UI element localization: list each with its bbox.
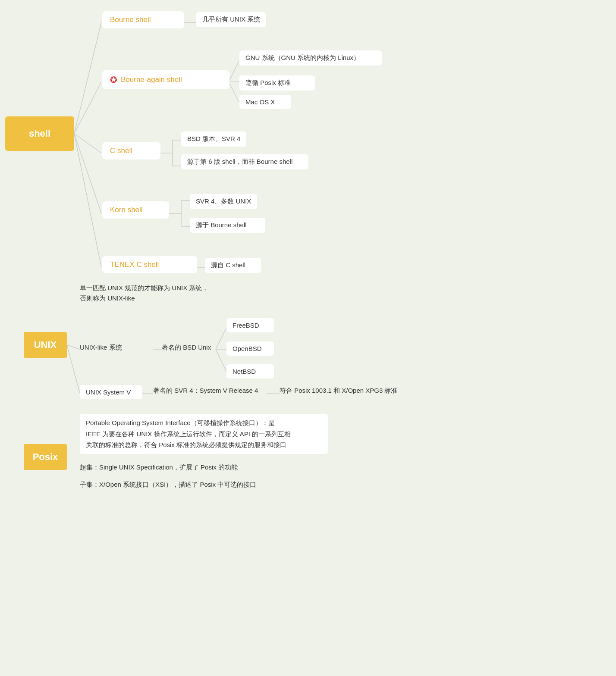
bsd-label-text: 著名的 BSD Unix [162, 344, 211, 351]
unix-label: UNIX [34, 339, 57, 351]
c-leaf-1-text: BSD 版本、SVR 4 [187, 135, 240, 142]
c-leaf-2: 源于第 6 版 shell，而非 Bourne shell [181, 154, 308, 169]
svr4-label: 著名的 SVR 4：System V Release 4 [153, 387, 258, 395]
korn-leaf-2: 源于 Bourne shell [190, 218, 265, 233]
svr4-label-text: 著名的 SVR 4：System V Release 4 [153, 387, 258, 394]
svg-line-0 [74, 22, 101, 134]
root-shell-node: shell [5, 116, 74, 151]
svr4-note: 符合 Posix 1003.1 和 X/Open XPG3 标准 [280, 387, 397, 395]
star-icon: ✪ [110, 75, 117, 85]
shell-label: shell [29, 128, 50, 139]
svg-line-6 [229, 60, 239, 82]
c-leaf-1: BSD 版本、SVR 4 [181, 131, 246, 147]
bourne-shell-label: Bourne shell [110, 16, 151, 24]
unix-system-v: UNIX System V [80, 385, 142, 399]
c-shell-label: C shell [110, 147, 132, 155]
bourne-shell-branch: Bourne shell [102, 11, 184, 28]
openbsd-item: OpenBSD [226, 341, 274, 356]
bourne-again-label: Bourne-again shell [121, 75, 182, 84]
svg-line-8 [229, 82, 239, 103]
tenex-shell-label: TENEX C shell [110, 260, 159, 269]
c-shell-branch: C shell [102, 142, 160, 160]
posix-main-desc: Portable Operating System Interface（可移植操… [80, 414, 328, 454]
unix-note-text: 单一匹配 UNIX 规范的才能称为 UNIX 系统，否则称为 UNIX-like [80, 284, 208, 302]
ba-leaf-2: 遵循 Posix 标准 [239, 75, 315, 91]
netbsd-text: NetBSD [233, 368, 256, 375]
posix-label: Posix [33, 451, 58, 463]
ba-leaf-1: GNU 系统（GNU 系统的内核为 Linux） [239, 50, 382, 66]
unix-system-v-text: UNIX System V [86, 388, 131, 396]
tenex-leaf-1: 源自 C shell [205, 258, 261, 273]
svg-line-22 [216, 349, 226, 372]
c-leaf-2-text: 源于第 6 版 shell，而非 Bourne shell [187, 158, 292, 165]
bourne-again-branch: ✪ Bourne-again shell [102, 70, 229, 89]
korn-leaf-1-text: SVR 4、多数 UNIX [196, 197, 251, 205]
korn-shell-branch: Korn shell [102, 201, 169, 219]
bsd-label: 著名的 BSD Unix [162, 344, 211, 352]
ba-leaf-3-text: Mac OS X [245, 98, 275, 106]
bourne-leaf-1: 几乎所有 UNIX 系统 [196, 12, 266, 27]
root-unix-node: UNIX [24, 332, 67, 358]
freebsd-text: FreeBSD [233, 322, 259, 329]
posix-main-desc-text: Portable Operating System Interface（可移植操… [86, 419, 291, 448]
freebsd-item: FreeBSD [226, 318, 274, 332]
posix-superset: 超集：Single UNIX Specification，扩展了 Posix 的… [80, 463, 238, 472]
posix-superset-text: 超集：Single UNIX Specification，扩展了 Posix 的… [80, 463, 238, 471]
svg-line-23 [67, 345, 80, 393]
bourne-leaf-1-text: 几乎所有 UNIX 系统 [202, 16, 260, 23]
unix-like-text: UNIX-like 系统 [80, 344, 122, 351]
ba-leaf-3: Mac OS X [239, 95, 291, 109]
root-posix-node: Posix [24, 444, 67, 470]
connector-lines [0, 0, 616, 676]
ba-leaf-2-text: 遵循 Posix 标准 [245, 79, 291, 86]
ba-leaf-1-text: GNU 系统（GNU 系统的内核为 Linux） [245, 54, 360, 61]
tenex-shell-branch: TENEX C shell [102, 256, 197, 273]
korn-leaf-2-text: 源于 Bourne shell [196, 221, 247, 228]
mind-map: shell UNIX Posix Bourne shell 几乎所有 UNIX … [0, 0, 616, 676]
openbsd-text: OpenBSD [233, 345, 262, 352]
svg-line-3 [74, 134, 101, 213]
svg-line-20 [216, 328, 226, 349]
korn-leaf-1: SVR 4、多数 UNIX [190, 194, 257, 209]
svg-line-2 [74, 134, 101, 153]
unix-note: 单一匹配 UNIX 规范的才能称为 UNIX 系统，否则称为 UNIX-like [80, 283, 208, 304]
svg-line-4 [74, 134, 101, 267]
unix-like-label: UNIX-like 系统 [80, 344, 122, 352]
svg-line-18 [67, 345, 80, 349]
posix-subset-text: 子集：X/Open 系统接口（XSI），描述了 Posix 中可选的接口 [80, 481, 256, 488]
posix-subset: 子集：X/Open 系统接口（XSI），描述了 Posix 中可选的接口 [80, 481, 256, 489]
korn-shell-label: Korn shell [110, 206, 143, 214]
netbsd-item: NetBSD [226, 364, 274, 379]
svg-line-1 [74, 82, 101, 134]
tenex-leaf-1-text: 源自 C shell [211, 261, 245, 269]
svr4-note-text: 符合 Posix 1003.1 和 X/Open XPG3 标准 [280, 387, 397, 394]
